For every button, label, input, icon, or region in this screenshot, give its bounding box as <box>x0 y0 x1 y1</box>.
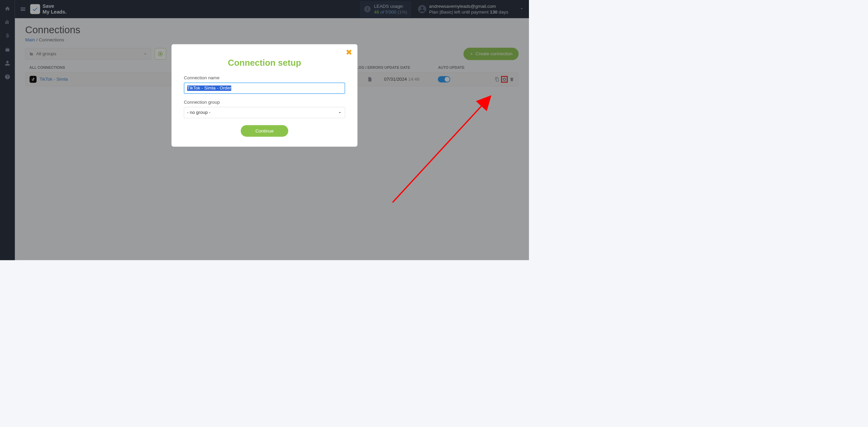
close-button[interactable]: ✖ <box>346 49 352 56</box>
connection-setup-modal: ✖ Connection setup Connection name TikTo… <box>172 44 357 146</box>
modal-overlay[interactable]: ✖ Connection setup Connection name TikTo… <box>0 0 529 260</box>
connection-name-input[interactable]: TikTok - Simla - Order <box>184 83 345 94</box>
continue-button[interactable]: Continue <box>241 125 288 137</box>
connection-group-select[interactable]: - no group - <box>184 107 345 118</box>
close-icon: ✖ <box>346 48 352 57</box>
group-label: Connection group <box>184 100 345 105</box>
modal-title: Connection setup <box>184 58 345 68</box>
name-label: Connection name <box>184 75 345 81</box>
chevron-down-icon <box>338 110 342 115</box>
